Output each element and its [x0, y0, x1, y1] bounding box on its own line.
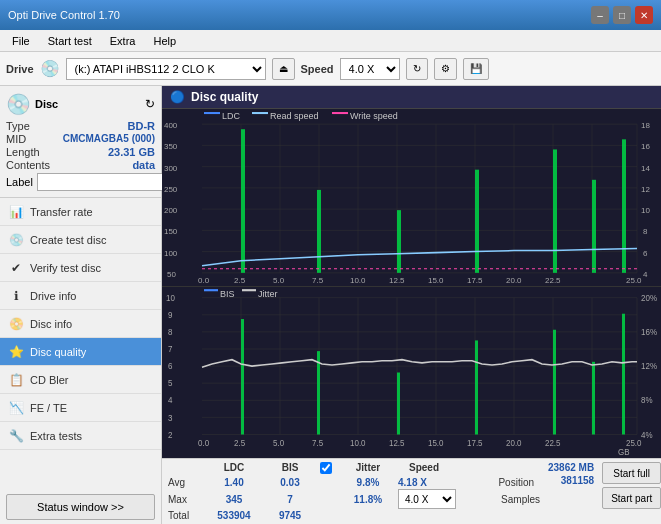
position-value: 23862 MB — [548, 462, 594, 473]
drive-select[interactable]: (k:) ATAPI iHBS112 2 CLO K — [66, 58, 266, 80]
svg-text:20%: 20% — [641, 294, 658, 303]
disc-info-icon: 📀 — [8, 316, 24, 332]
svg-text:10: 10 — [166, 294, 175, 303]
svg-rect-88 — [622, 314, 625, 435]
nav-fe-te[interactable]: 📉 FE / TE — [0, 394, 161, 422]
nav-transfer-rate[interactable]: 📊 Transfer rate — [0, 198, 161, 226]
status-window-button[interactable]: Status window >> — [6, 494, 155, 520]
fe-te-icon: 📉 — [8, 400, 24, 416]
svg-text:10: 10 — [641, 206, 650, 215]
svg-text:7.5: 7.5 — [312, 276, 324, 285]
svg-rect-25 — [592, 180, 596, 273]
refresh-button[interactable]: ↻ — [406, 58, 428, 80]
svg-rect-84 — [397, 373, 400, 435]
jitter-checkbox[interactable] — [320, 462, 332, 474]
nav-extra-tests-label: Extra tests — [30, 430, 82, 442]
label-input[interactable] — [37, 173, 170, 191]
settings-button[interactable]: ⚙ — [434, 58, 457, 80]
svg-text:15.0: 15.0 — [428, 439, 444, 448]
menu-bar: File Start test Extra Help — [0, 30, 661, 52]
avg-jitter: 9.8% — [342, 477, 394, 488]
samples-label: Samples — [460, 494, 540, 505]
svg-text:17.5: 17.5 — [467, 276, 483, 285]
save-button[interactable]: 💾 — [463, 58, 489, 80]
svg-text:20.0: 20.0 — [506, 276, 522, 285]
nav-drive-info[interactable]: ℹ Drive info — [0, 282, 161, 310]
svg-text:10.0: 10.0 — [350, 439, 366, 448]
menu-extra[interactable]: Extra — [102, 33, 144, 49]
menu-start-test[interactable]: Start test — [40, 33, 100, 49]
svg-text:2: 2 — [168, 430, 173, 439]
avg-label: Avg — [168, 477, 204, 488]
window-controls: – □ ✕ — [591, 6, 653, 24]
svg-text:150: 150 — [164, 227, 178, 236]
jitter-header: Jitter — [342, 462, 394, 476]
speed-select[interactable]: 4.0 X — [340, 58, 400, 80]
cd-bler-icon: 📋 — [8, 372, 24, 388]
svg-text:10.0: 10.0 — [350, 276, 366, 285]
speed-label: Speed — [301, 63, 334, 75]
minimize-button[interactable]: – — [591, 6, 609, 24]
speed-actual: 4.18 X — [398, 477, 450, 488]
svg-rect-31 — [332, 112, 348, 114]
svg-text:12.5: 12.5 — [389, 439, 405, 448]
svg-text:16%: 16% — [641, 328, 658, 337]
svg-text:14: 14 — [641, 164, 650, 173]
charts-area: LDC Read speed Write speed 400 350 300 2… — [162, 109, 661, 458]
svg-text:18: 18 — [641, 121, 650, 130]
svg-text:8%: 8% — [641, 396, 653, 405]
drive-icon: 💿 — [40, 59, 60, 78]
chart-header-icon: 🔵 — [170, 90, 185, 104]
svg-text:Jitter: Jitter — [258, 288, 277, 298]
svg-text:12: 12 — [641, 185, 650, 194]
disc-section: 💿 Disc ↻ Type BD-R MID CMCMAGBA5 (000) L… — [0, 86, 161, 198]
svg-text:4%: 4% — [641, 430, 653, 439]
start-part-button[interactable]: Start part — [602, 487, 661, 509]
max-jitter: 11.8% — [342, 494, 394, 505]
nav-transfer-rate-label: Transfer rate — [30, 206, 93, 218]
start-full-button[interactable]: Start full — [602, 462, 661, 484]
svg-text:100: 100 — [164, 249, 178, 258]
position-label: Position — [454, 477, 534, 488]
svg-rect-87 — [592, 362, 595, 435]
svg-text:17.5: 17.5 — [467, 439, 483, 448]
bis-header: BIS — [264, 462, 316, 476]
svg-rect-22 — [397, 210, 401, 273]
eject-button[interactable]: ⏏ — [272, 58, 295, 80]
right-stats: 23862 MB 381158 — [548, 462, 594, 486]
close-button[interactable]: ✕ — [635, 6, 653, 24]
svg-rect-23 — [475, 170, 479, 273]
svg-text:22.5: 22.5 — [545, 276, 561, 285]
nav-create-test-disc[interactable]: 💿 Create test disc — [0, 226, 161, 254]
nav-disc-info[interactable]: 📀 Disc info — [0, 310, 161, 338]
nav-verify-test-disc[interactable]: ✔ Verify test disc — [0, 254, 161, 282]
svg-text:15.0: 15.0 — [428, 276, 444, 285]
svg-text:6: 6 — [643, 249, 648, 258]
disc-refresh-icon[interactable]: ↻ — [145, 97, 155, 111]
nav-disc-quality[interactable]: ⭐ Disc quality — [0, 338, 161, 366]
speed-dropdown[interactable]: 4.0 X — [398, 489, 456, 509]
menu-file[interactable]: File — [4, 33, 38, 49]
drive-info-icon: ℹ — [8, 288, 24, 304]
total-bis: 9745 — [264, 510, 316, 521]
contents-label: Contents — [6, 159, 50, 171]
nav-cd-bler[interactable]: 📋 CD Bler — [0, 366, 161, 394]
main-area: 💿 Disc ↻ Type BD-R MID CMCMAGBA5 (000) L… — [0, 86, 661, 524]
svg-text:3: 3 — [168, 413, 173, 422]
app-title: Opti Drive Control 1.70 — [8, 9, 120, 21]
ldc-chart: LDC Read speed Write speed 400 350 300 2… — [162, 109, 661, 286]
label-text: Label — [6, 176, 33, 188]
nav-extra-tests[interactable]: 🔧 Extra tests — [0, 422, 161, 450]
svg-text:8: 8 — [168, 328, 173, 337]
svg-text:200: 200 — [164, 206, 178, 215]
nav-fe-te-label: FE / TE — [30, 402, 67, 414]
menu-help[interactable]: Help — [145, 33, 184, 49]
maximize-button[interactable]: □ — [613, 6, 631, 24]
toolbar: Drive 💿 (k:) ATAPI iHBS112 2 CLO K ⏏ Spe… — [0, 52, 661, 86]
title-bar: Opti Drive Control 1.70 – □ ✕ — [0, 0, 661, 30]
svg-text:12%: 12% — [641, 362, 658, 371]
svg-rect-0 — [162, 109, 661, 286]
svg-text:9: 9 — [168, 311, 173, 320]
samples-value: 381158 — [548, 475, 594, 486]
svg-text:22.5: 22.5 — [545, 439, 561, 448]
